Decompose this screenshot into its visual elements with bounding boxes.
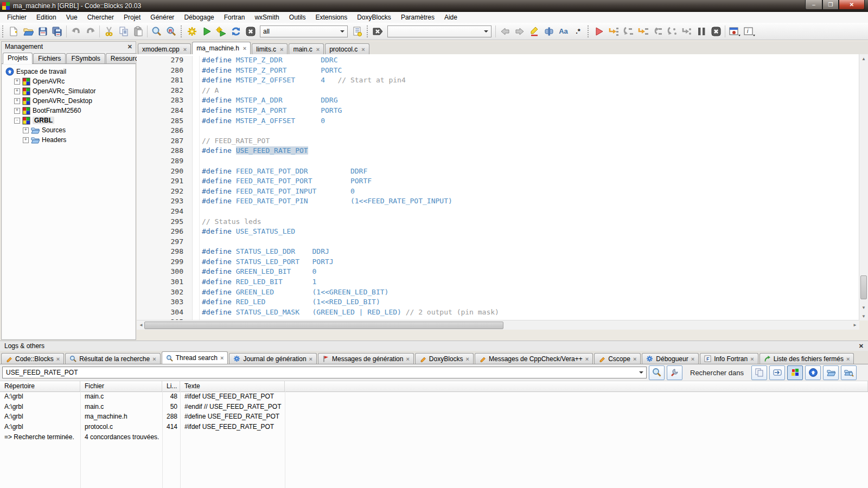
tab-close-icon[interactable]: × (220, 355, 224, 361)
stop-debugger-button[interactable] (709, 24, 723, 38)
regex-button[interactable]: .* (571, 24, 585, 38)
scroll-up-icon[interactable]: ▲ (859, 54, 868, 63)
table-row[interactable]: A:\grblma_machine.h288#define USE_FEED_R… (0, 412, 868, 422)
tab-close-icon[interactable]: × (152, 356, 156, 362)
paste-button[interactable] (131, 24, 145, 38)
break-debugger-button[interactable] (694, 24, 709, 38)
nav-back-button[interactable] (497, 24, 512, 38)
logs-tab-doxyblocks[interactable]: DoxyBlocks× (415, 353, 474, 364)
menu-doxyblocks[interactable]: DoxyBlocks (352, 12, 396, 22)
tab-close-icon[interactable]: × (361, 46, 365, 53)
tab-close-icon[interactable]: × (466, 356, 469, 362)
tree-expander-icon[interactable]: + (14, 98, 20, 104)
editor-horizontal-scrollbar[interactable]: ◄ ► (137, 320, 859, 330)
tree-expander-icon[interactable]: + (14, 108, 20, 114)
run-to-cursor-button[interactable] (606, 24, 621, 38)
match-case-button[interactable]: Aa (556, 24, 571, 38)
rebuild-button[interactable] (228, 24, 243, 38)
tab-close-icon[interactable]: × (633, 356, 636, 362)
scroll-down-icon[interactable]: ▼ (859, 312, 868, 320)
step-into-button[interactable] (635, 24, 650, 38)
menu-d-bogage[interactable]: Débogage (179, 12, 219, 22)
tab-close-icon[interactable]: × (691, 356, 694, 362)
menu-wxsmith[interactable]: wxSmith (250, 12, 284, 22)
run-button[interactable] (199, 24, 214, 38)
build-target-select[interactable]: all (260, 25, 348, 37)
table-row[interactable]: A:\grblprotocol.c414#ifdef USE_FEED_RATE… (0, 422, 868, 432)
tab-close-icon[interactable]: × (846, 356, 850, 362)
nav-forward-button[interactable] (512, 24, 527, 38)
tree-expander-icon[interactable]: - (14, 118, 20, 124)
menu-fichier[interactable]: Fichier (2, 12, 31, 22)
tab-close-icon[interactable]: × (243, 45, 246, 52)
tree-item-grbl[interactable]: -GRBL (2, 115, 135, 125)
save-button[interactable] (35, 24, 50, 38)
abort-build-button[interactable] (243, 24, 258, 38)
tree-item-sources[interactable]: +Sources (2, 125, 135, 135)
minimize-button[interactable]: – (805, 0, 822, 10)
tab-close-icon[interactable]: × (585, 356, 589, 362)
logs-tab-messages-de-cppcheck-vera[interactable]: Messages de CppCheck/Vera++× (475, 353, 593, 364)
menu-param-tres[interactable]: Paramètres (396, 12, 439, 22)
logs-tab-thread-search[interactable]: Thread search× (162, 351, 228, 364)
scope-open-files-button[interactable] (751, 365, 767, 380)
menu-fortran[interactable]: Fortran (219, 12, 250, 22)
logs-close-icon[interactable]: ✕ (859, 343, 864, 350)
thread-search-input[interactable] (2, 367, 647, 378)
logs-tab-messages-de-g-n-ration[interactable]: Messages de génération× (318, 353, 414, 364)
management-tab-projets[interactable]: Projets (3, 53, 33, 64)
tree-expander-icon[interactable]: + (23, 127, 29, 133)
management-tab-fsymbols[interactable]: FSymbols (66, 53, 105, 63)
menu-extensions[interactable]: Extensions (310, 12, 352, 22)
thread-search-go-button[interactable] (649, 365, 665, 380)
debug-continue-button[interactable] (591, 24, 606, 38)
tab-close-icon[interactable]: × (750, 356, 754, 362)
scope-directory-search-button[interactable] (841, 365, 857, 380)
tree-item-openavrc-simulator[interactable]: +OpenAVRc_Simulator (2, 86, 135, 96)
tree-item-espace-de-travail[interactable]: Espace de travail (2, 67, 135, 76)
restore-button[interactable]: ❐ (822, 0, 839, 10)
vscroll-thumb[interactable] (860, 275, 867, 299)
logs-tab-info-fortran[interactable]: FInfo Fortran× (700, 353, 758, 364)
debugging-windows-button[interactable] (727, 24, 742, 38)
results-column-header-texte[interactable]: Texte (180, 381, 285, 391)
table-row[interactable]: A:\grblmain.c48#ifdef USE_FEED_RATE_POT (0, 391, 868, 402)
scope-target-button[interactable] (769, 365, 785, 380)
menu-aide[interactable]: Aide (439, 12, 462, 22)
undo-button[interactable] (68, 24, 83, 38)
tree-expander-icon[interactable]: + (14, 88, 20, 94)
menu-projet[interactable]: Projet (119, 12, 145, 22)
scroll-down-icon[interactable]: ▼ (859, 303, 868, 312)
tab-close-icon[interactable]: × (406, 356, 409, 362)
save-all-button[interactable] (50, 24, 65, 38)
editor-tab-main-c[interactable]: main.c× (289, 43, 324, 54)
logs-tab-journal-de-g-n-ration[interactable]: Journal de génération× (229, 353, 317, 364)
tab-close-icon[interactable]: × (280, 46, 283, 53)
results-column-header-fichier[interactable]: Fichier (80, 381, 162, 391)
thread-search-options-button[interactable] (667, 365, 682, 380)
menu-g-n-rer[interactable]: Générer (145, 12, 179, 22)
tree-expander-icon[interactable]: + (23, 137, 29, 143)
build-options-button[interactable] (350, 24, 365, 38)
tree-item-openavrc-desktop[interactable]: +OpenAVRc_Desktop (2, 96, 135, 106)
scope-project-button[interactable] (787, 365, 803, 380)
tab-close-icon[interactable]: × (316, 46, 320, 53)
find-button[interactable] (149, 24, 164, 38)
tab-close-icon[interactable]: × (309, 356, 312, 362)
menu-outils[interactable]: Outils (284, 12, 311, 22)
management-close-icon[interactable]: ✕ (127, 43, 132, 50)
new-file-button[interactable] (6, 24, 21, 38)
step-into-instruction-button[interactable] (679, 24, 694, 38)
menu-vue[interactable]: Vue (61, 12, 82, 22)
code-view[interactable]: 279#define MSTEP_Z_DDR DDRC280#define MS… (137, 54, 859, 320)
step-out-button[interactable] (650, 24, 665, 38)
build-button[interactable] (184, 24, 199, 38)
editor-tab-xmodem-cpp[interactable]: xmodem.cpp× (138, 43, 191, 54)
close-button[interactable]: ✕ (839, 0, 865, 10)
cut-button[interactable] (101, 24, 116, 38)
editor-tab-limits-c[interactable]: limits.c× (252, 43, 288, 54)
logs-tab-cscope[interactable]: Cscope× (594, 353, 641, 364)
tree-item-openavrc[interactable]: +OpenAVRc (2, 76, 135, 86)
menu-chercher[interactable]: Chercher (82, 12, 119, 22)
various-info-button[interactable]: i (742, 24, 756, 38)
